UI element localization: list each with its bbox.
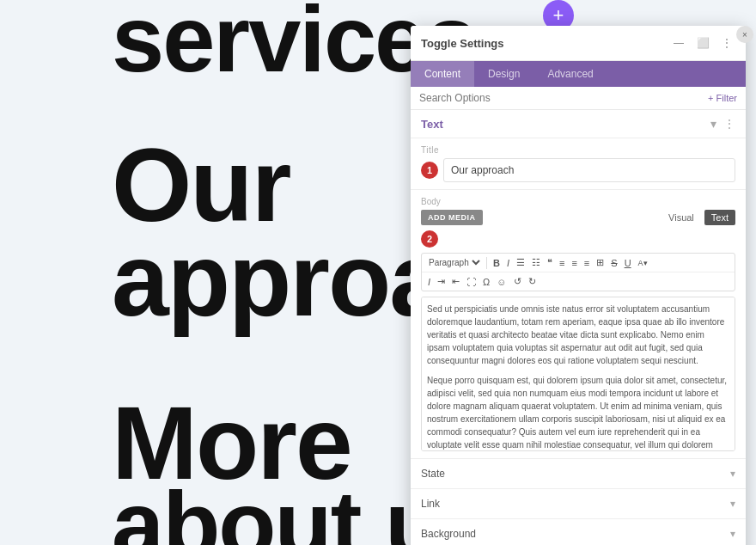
add-media-row: ADD MEDIA Visual Text (421, 210, 735, 225)
badge-1: 1 (421, 162, 438, 179)
background-chevron: ▾ (730, 528, 735, 540)
outdent-btn[interactable]: ⇤ (449, 275, 462, 288)
badge2-row: 2 (421, 230, 735, 248)
more-button[interactable]: ⋮ (718, 34, 735, 52)
page-text-our: Our (112, 133, 290, 236)
indent-btn[interactable]: ⇥ (435, 275, 448, 288)
toolbar-row-2: I ⇥ ⇤ ⛶ Ω ☺ ↺ ↻ (422, 272, 735, 291)
title-input[interactable] (443, 158, 735, 182)
title-field-group: Title 1 (411, 138, 746, 190)
expand-icon: ⬜ (697, 37, 710, 49)
body-label: Body (421, 197, 735, 206)
ol-button[interactable]: ☷ (529, 256, 543, 269)
section-header-icons: ▾ ⋮ (710, 117, 735, 131)
fullscreen-btn[interactable]: ⛶ (464, 276, 479, 288)
link-button[interactable]: A▾ (636, 258, 650, 268)
search-bar: + Filter (411, 87, 746, 110)
visual-text-tabs: Visual Text (662, 210, 735, 225)
badge-2: 2 (421, 230, 438, 248)
undo-btn2[interactable]: ↺ (511, 275, 524, 288)
editor-content[interactable]: Sed ut perspiciatis unde omnis iste natu… (421, 297, 735, 451)
redo-btn2[interactable]: ↻ (526, 275, 539, 288)
expand-button[interactable]: ⬜ (694, 34, 711, 52)
panel-header-icons: — ⬜ ⋮ (670, 34, 735, 52)
panel-title: Toggle Settings (421, 37, 504, 50)
toolbar-divider-1 (486, 257, 487, 269)
align-center-button[interactable]: ≡ (569, 257, 579, 269)
bold-button[interactable]: B (491, 257, 503, 269)
panel-header: Toggle Settings — ⬜ ⋮ (411, 26, 746, 61)
add-media-button[interactable]: ADD MEDIA (421, 210, 483, 225)
paragraph-select[interactable]: Paragraph Heading 1 Heading 2 (425, 257, 483, 268)
panel-tabs: Content Design Advanced (411, 61, 746, 87)
align-left-button[interactable]: ≡ (557, 257, 567, 269)
ul-button[interactable]: ☰ (514, 256, 527, 269)
link-chevron: ▾ (730, 498, 735, 510)
panel-body: Text ▾ ⋮ Title 1 Body ADD MEDIA Visual T… (411, 110, 746, 545)
tab-advanced[interactable]: Advanced (533, 61, 607, 87)
section-title-text: Text (421, 118, 443, 131)
title-row: 1 (421, 158, 735, 182)
section-more-icon[interactable]: ⋮ (723, 117, 735, 131)
settings-panel: Toggle Settings — ⬜ ⋮ Content Design Adv… (411, 26, 746, 545)
toolbar-row-1: Paragraph Heading 1 Heading 2 B I ☰ ☷ ❝ … (422, 254, 735, 272)
title-label: Title (421, 145, 735, 155)
state-section[interactable]: State ▾ (411, 459, 746, 489)
italic-btn2[interactable]: I (425, 276, 433, 288)
search-input[interactable] (419, 92, 708, 104)
collapse-section-icon[interactable]: ▾ (710, 117, 716, 131)
editor-para-2: Neque porro quisquam est, qui dolorem ip… (427, 374, 729, 451)
text-section-header: Text ▾ ⋮ (411, 110, 746, 138)
body-field-group: Body ADD MEDIA Visual Text 2 Paragraph H… (411, 190, 746, 459)
quote-button[interactable]: ❝ (545, 256, 555, 269)
table-button[interactable]: ⊞ (594, 256, 607, 269)
plus-icon: + (553, 6, 564, 25)
state-label: State (421, 468, 445, 480)
filter-button[interactable]: + Filter (708, 93, 737, 103)
minimize-button[interactable]: — (670, 34, 687, 52)
state-chevron: ▾ (730, 468, 735, 480)
tab-visual[interactable]: Visual (662, 210, 701, 225)
tab-text[interactable]: Text (704, 210, 735, 225)
italic-button[interactable]: I (504, 257, 512, 269)
link-section[interactable]: Link ▾ (411, 489, 746, 519)
align-right-button[interactable]: ≡ (582, 257, 592, 269)
panel-close-button[interactable]: × (736, 26, 753, 43)
strikethrough-button[interactable]: S (608, 257, 619, 269)
editor-toolbar: Paragraph Heading 1 Heading 2 B I ☰ ☷ ❝ … (421, 253, 735, 291)
underline-button[interactable]: U (622, 257, 634, 269)
tab-content[interactable]: Content (411, 61, 474, 87)
editor-para-1: Sed ut perspiciatis unde omnis iste natu… (427, 303, 729, 367)
special-char-btn[interactable]: Ω (480, 276, 492, 288)
emoji-btn[interactable]: ☺ (494, 276, 509, 288)
tab-design[interactable]: Design (474, 61, 533, 87)
minimize-icon: — (674, 37, 684, 49)
more-icon: ⋮ (722, 37, 732, 49)
background-section[interactable]: Background ▾ (411, 519, 746, 545)
link-label: Link (421, 498, 440, 510)
filter-label: + Filter (708, 93, 737, 103)
background-label: Background (421, 528, 476, 540)
panel-close-icon: × (742, 30, 747, 40)
